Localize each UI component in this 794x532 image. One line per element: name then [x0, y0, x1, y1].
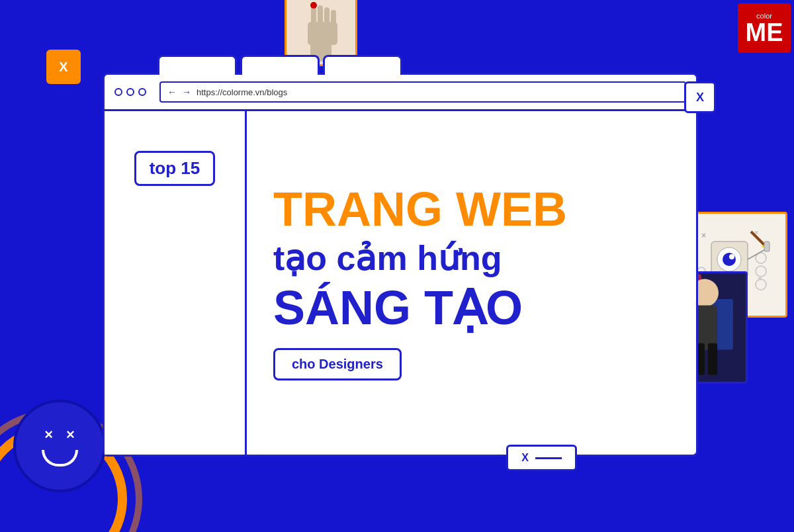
x-minimize-button[interactable]: X — [506, 445, 577, 471]
browser-window-controls — [114, 88, 146, 96]
svg-rect-41 — [308, 22, 337, 45]
hand-illustration — [294, 2, 347, 62]
emoji-eyes: × × — [44, 426, 75, 443]
browser-main-content: TRANG WEB tạo cảm hứng SÁNG TẠO cho Desi… — [247, 111, 696, 455]
svg-point-49 — [729, 254, 734, 259]
browser-dot-2 — [126, 88, 134, 96]
forward-arrow[interactable]: → — [182, 87, 191, 97]
headline-trang-web: TRANG WEB — [273, 185, 670, 233]
url-display: https://colorme.vn/blogs — [197, 87, 287, 97]
top15-text: top 15 — [150, 158, 200, 179]
browser-window: ← → https://colorme.vn/blogs X top 15 TR… — [103, 73, 698, 457]
browser-address-bar[interactable]: ← → https://colorme.vn/blogs — [159, 81, 686, 103]
svg-rect-67 — [708, 343, 717, 375]
emoji-eye-right: × — [66, 426, 75, 443]
x-close-orange-button[interactable]: X — [46, 50, 81, 84]
logo-me-text: ME — [746, 20, 783, 45]
minimize-line — [535, 457, 562, 459]
browser-dot-1 — [114, 88, 122, 96]
emoji-face: × × — [13, 400, 106, 492]
svg-point-48 — [723, 253, 736, 266]
cho-designers-button[interactable]: cho Designers — [273, 348, 402, 380]
svg-rect-60 — [764, 242, 770, 251]
x-minimize-label: X — [521, 452, 529, 464]
emoji-eye-left: × — [44, 426, 53, 443]
browser-titlebar: ← → https://colorme.vn/blogs — [105, 75, 696, 111]
top15-badge: top 15 — [134, 151, 216, 186]
browser-content: top 15 TRANG WEB tạo cảm hứng SÁNG TẠO c… — [105, 111, 696, 455]
headline-sang-tao: SÁNG TẠO — [273, 284, 670, 332]
x-browser-button[interactable]: X — [684, 81, 716, 113]
svg-point-42 — [310, 2, 317, 9]
back-arrow[interactable]: ← — [167, 87, 177, 97]
browser-sidebar: top 15 — [105, 111, 247, 455]
emoji-mouth — [42, 450, 78, 466]
colorme-logo: color ME — [738, 3, 791, 53]
svg-text:×: × — [701, 231, 706, 240]
headline-tao-cam-hung: tạo cảm hứng — [273, 240, 670, 277]
browser-dot-3 — [138, 88, 146, 96]
